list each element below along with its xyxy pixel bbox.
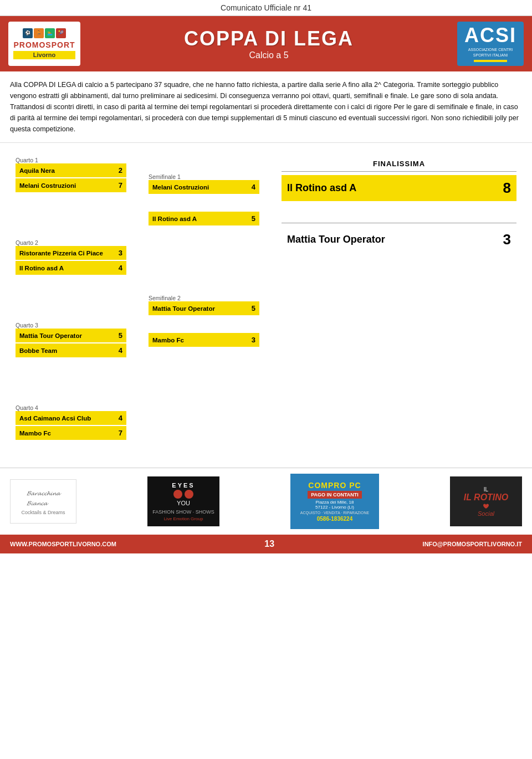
compro-phone: 0586-1836224: [317, 516, 353, 522]
sponsor-compro: COMPRO PC PAGO IN CONTANTI Piazza dei Mi…: [290, 474, 379, 529]
intro-text: Alla COPPA DI LEGA di calcio a 5 parteci…: [0, 71, 532, 143]
sponsors-section: 𝓑𝓪𝓻𝓪𝓬𝓬𝓱𝓲𝓷𝓪 𝓑𝓲𝓪𝓷𝓬𝓪 Cocktails & Dreams EYE…: [0, 468, 532, 535]
rotino-il: IL: [484, 486, 488, 493]
compro-tagline: PAGO IN CONTANTI: [308, 491, 362, 499]
finalissima-column: FINALISSIMA Il Rotino asd A 8 Mattia Tou…: [270, 157, 516, 443]
semi1-block: Semifinale 1 Melani Costruzioni 4 Il Rot…: [149, 173, 270, 225]
lem-name-text: Live Emotion Group: [164, 516, 203, 521]
s2-team2-score: 3: [252, 336, 255, 344]
footer-page-number: 13: [264, 539, 274, 549]
s2-team1-score: 5: [252, 304, 255, 312]
finalissima-title: FINALISSIMA: [282, 160, 516, 168]
q1-team2-row: Melani Costruzioni 7: [16, 178, 126, 192]
final-team1-name: Il Rotino asd A: [287, 182, 356, 194]
sponsor-lem: EYES YOU FASHION SHOW · SHOWS Live Emoti…: [147, 476, 219, 526]
s1-team1-row: Melani Costruzioni 4: [149, 180, 259, 194]
lem-you-text: YOU: [177, 500, 190, 506]
quarto1-block: Quarto 1 Aquila Nera 2 Melani Costruzion…: [16, 157, 137, 192]
s2-team1-name: Mattia Tour Operator: [152, 305, 215, 312]
q4-team1-score: 4: [119, 414, 122, 422]
s1-team1-name: Melani Costruzioni: [152, 184, 209, 191]
quarter-finals-column: Quarto 1 Aquila Nera 2 Melani Costruzion…: [16, 157, 137, 443]
quarto2-block: Quarto 2 Ristorante Pizzeria Ci Piace 3 …: [16, 239, 137, 275]
main-title: COPPA DI LEGA: [184, 27, 354, 50]
semi-finals-column: Semifinale 1 Melani Costruzioni 4 Il Rot…: [137, 157, 270, 443]
q1-team2-name: Melani Costruzioni: [19, 182, 76, 189]
q3-team1-row: Mattia Tour Operator 5: [16, 329, 126, 342]
promosport-logo: ⚽ 🏃 🏊 🎾 PROMOSPORT Livorno: [8, 22, 80, 66]
sponsor-baracchina: 𝓑𝓪𝓻𝓪𝓬𝓬𝓱𝓲𝓷𝓪 𝓑𝓲𝓪𝓷𝓬𝓪 Cocktails & Dreams: [10, 479, 76, 524]
quarto4-block: Quarto 4 Asd Caimano Acsi Club 4 Mambo F…: [16, 404, 137, 440]
rotino-sub: Social: [478, 510, 494, 517]
s2-team2-name: Mambo Fc: [152, 337, 184, 343]
s1-team2-name: Il Rotino asd A: [152, 216, 197, 222]
baracchina-name: 𝓑𝓪𝓻𝓪𝓬𝓬𝓱𝓲𝓷𝓪 𝓑𝓲𝓪𝓷𝓬𝓪: [27, 488, 60, 507]
header-center: COPPA DI LEGA Calcio a 5: [184, 27, 354, 60]
page-footer: WWW.PROMOSPORTLIVORNO.COM 13 INFO@PROMOS…: [0, 535, 532, 553]
q2-team1-row: Ristorante Pizzeria Ci Piace 3: [16, 246, 126, 260]
s2-team1-row: Mattia Tour Operator 5: [149, 301, 259, 315]
q1-team2-score: 7: [119, 181, 122, 189]
header: ⚽ 🏃 🏊 🎾 PROMOSPORT Livorno COPPA DI LEGA…: [0, 16, 532, 71]
rotino-name: IL ROTINO: [464, 493, 509, 502]
compro-name: COMPRO PC: [308, 481, 361, 490]
compro-city: 57122 - Livorno (LI): [315, 505, 354, 510]
q2-team1-score: 3: [119, 249, 122, 257]
quarto3-block: Quarto 3 Mattia Tour Operator 5 Bobbe Te…: [16, 322, 137, 357]
lem-eyes-text: EYES: [172, 482, 195, 489]
final-team1-row: Il Rotino asd A 8: [282, 175, 516, 201]
q1-team1-score: 2: [119, 166, 122, 175]
q3-team2-score: 4: [119, 346, 122, 355]
q4-team2-score: 7: [119, 429, 122, 437]
bracket-section: Quarto 1 Aquila Nera 2 Melani Costruzion…: [0, 143, 532, 457]
q1-team1-name: Aquila Nera: [19, 167, 55, 174]
sub-title: Calcio a 5: [184, 50, 354, 60]
q4-team1-row: Asd Caimano Acsi Club 4: [16, 411, 126, 425]
final-team2-score: 3: [503, 231, 511, 248]
footer-email: INFO@PROMOSPORTLIVORNO.IT: [423, 541, 522, 547]
compro-services: ACQUISTO · VENDITA · RIPARAZIONE: [300, 511, 369, 515]
q4-team2-name: Mambo Fc: [19, 430, 51, 437]
title-text: Comunicato Ufficiale nr 41: [221, 3, 311, 12]
final-team1-score: 8: [503, 180, 511, 197]
q1-team1-row: Aquila Nera 2: [16, 163, 126, 177]
s2-team2-row: Mambo Fc 3: [149, 333, 259, 347]
q2-team2-score: 4: [119, 264, 122, 272]
bracket-wrapper: Quarto 1 Aquila Nera 2 Melani Costruzion…: [10, 151, 522, 448]
s1-team2-row: Il Rotino asd A 5: [149, 212, 259, 225]
final-team2-name: Mattia Tour Operator: [287, 234, 385, 245]
sponsor-rotino: IL IL ROTINO Social: [450, 476, 522, 526]
q4-team1-name: Asd Caimano Acsi Club: [19, 415, 91, 422]
lem-shows-text: FASHION SHOW · SHOWS: [152, 509, 214, 515]
acsi-logo: ACSI ASSOCIAZIONE CENTRI SPORTIVI ITALIA…: [457, 22, 524, 66]
s1-team1-score: 4: [252, 183, 255, 191]
q3-team1-score: 5: [119, 331, 122, 340]
final-team2-row: Mattia Tour Operator 3: [282, 227, 516, 253]
q2-team2-name: Il Rotino asd A: [19, 265, 64, 271]
q3-team1-name: Mattia Tour Operator: [19, 332, 82, 339]
compro-address: Piazza dei Mille, 18: [316, 500, 354, 505]
semi2-block: Semifinale 2 Mattia Tour Operator 5 Mamb…: [149, 295, 270, 347]
q3-team2-name: Bobbe Team: [19, 347, 57, 354]
q4-team2-row: Mambo Fc 7: [16, 426, 126, 440]
q2-team1-name: Ristorante Pizzeria Ci Piace: [19, 250, 103, 257]
page-title: Comunicato Ufficiale nr 41: [0, 0, 532, 16]
q3-team2-row: Bobbe Team 4: [16, 343, 126, 357]
q2-team2-row: Il Rotino asd A 4: [16, 261, 126, 275]
footer-website: WWW.PROMOSPORTLIVORNO.COM: [10, 541, 116, 547]
s1-team2-score: 5: [252, 214, 255, 223]
